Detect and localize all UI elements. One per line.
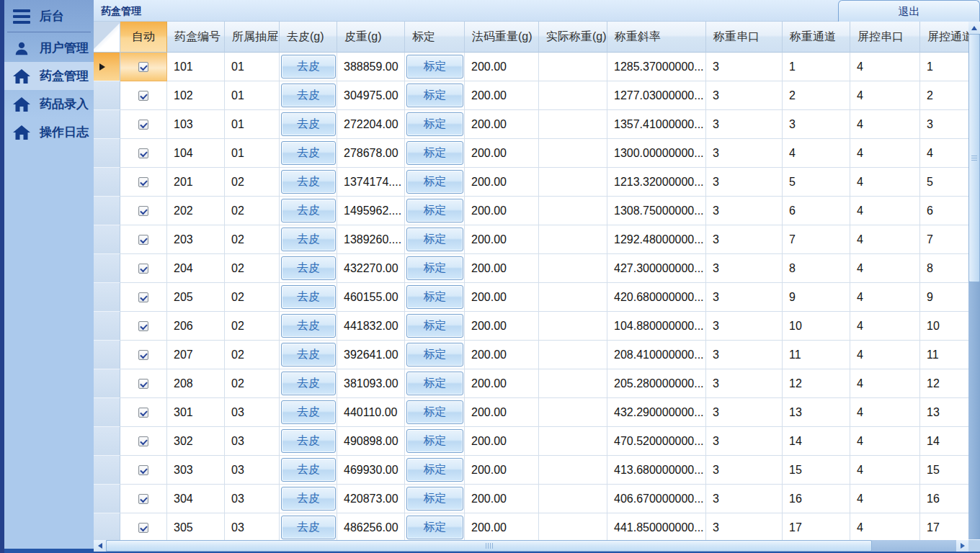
calibrate-button[interactable]: 标定 (406, 84, 463, 107)
cell-code: 302 (167, 427, 225, 456)
column-header-drawer[interactable]: 所属抽屉 (225, 22, 280, 53)
horizontal-scrollbar-thumb[interactable] (106, 540, 872, 552)
auto-checkbox[interactable] (138, 436, 148, 446)
column-header-calib_btn[interactable]: 标定 (405, 22, 465, 53)
auto-checkbox[interactable] (138, 379, 148, 389)
scroll-right-button[interactable] (956, 540, 968, 552)
tare-button[interactable]: 去皮 (281, 84, 336, 107)
auto-checkbox[interactable] (138, 408, 148, 418)
calibrate-button[interactable]: 标定 (406, 199, 463, 222)
auto-cell (120, 81, 167, 110)
calibrate-button[interactable]: 标定 (406, 112, 463, 136)
table-row: 10401去皮278678.00标定200.001300.00000000...… (94, 139, 968, 168)
cell-actual (539, 427, 607, 456)
cell-w_port: 3 (706, 427, 783, 456)
auto-checkbox[interactable] (138, 523, 148, 533)
calibrate-button[interactable]: 标定 (406, 429, 463, 453)
sidebar-item-user-management[interactable]: 用户管理 (4, 34, 94, 62)
tab-box-management[interactable]: 药盒管理 (101, 0, 141, 22)
cell-w_chan: 14 (783, 427, 850, 456)
tare-button[interactable]: 去皮 (281, 314, 336, 338)
sidebar-item-operation-log[interactable]: 操作日志 (4, 118, 94, 146)
column-header-w_port[interactable]: 称重串口 (706, 22, 783, 53)
row-header-cell (94, 456, 120, 485)
sidebar-item-box-management[interactable]: 药盒管理 (4, 62, 94, 90)
tare-button[interactable]: 去皮 (281, 516, 336, 539)
auto-checkbox[interactable] (138, 120, 148, 130)
auto-checkbox[interactable] (138, 494, 148, 504)
column-header-w_chan[interactable]: 称重通道 (783, 22, 850, 53)
calibrate-button[interactable]: 标定 (406, 372, 463, 395)
sidebar-item-backstage[interactable]: 后台 (4, 2, 94, 30)
auto-checkbox[interactable] (138, 235, 148, 245)
column-header-auto[interactable]: 自动 (120, 22, 167, 53)
calibrate-button[interactable]: 标定 (406, 314, 463, 338)
tare-button-cell: 去皮 (280, 456, 337, 485)
auto-checkbox[interactable] (138, 91, 148, 101)
cell-actual (539, 398, 607, 427)
auto-checkbox[interactable] (138, 177, 148, 187)
tare-button[interactable]: 去皮 (281, 429, 336, 453)
tare-button[interactable]: 去皮 (281, 487, 336, 511)
calibrate-button[interactable]: 标定 (406, 256, 463, 280)
tare-button[interactable]: 去皮 (281, 112, 336, 136)
cell-s_port: 4 (850, 53, 920, 81)
scroll-up-button[interactable] (968, 22, 980, 34)
column-header-tare_btn[interactable]: 去皮(g) (280, 22, 337, 53)
tare-button[interactable]: 去皮 (281, 458, 336, 482)
exit-button[interactable]: 退出 (838, 0, 980, 22)
vertical-scrollbar[interactable] (968, 22, 980, 552)
column-header-tare_weight[interactable]: 皮重(g) (337, 22, 405, 53)
calibrate-button[interactable]: 标定 (406, 170, 463, 194)
cell-actual (539, 197, 607, 225)
auto-checkbox[interactable] (138, 62, 148, 72)
tare-button-cell: 去皮 (280, 427, 337, 456)
auto-cell (120, 254, 167, 283)
calibrate-button[interactable]: 标定 (406, 458, 463, 482)
tare-button[interactable]: 去皮 (281, 170, 336, 194)
auto-checkbox[interactable] (138, 206, 148, 216)
auto-checkbox[interactable] (138, 465, 148, 475)
cell-weight: 200.00 (465, 427, 539, 456)
cell-w_chan: 15 (783, 456, 850, 485)
cell-actual (539, 283, 607, 312)
cell-drawer: 01 (225, 110, 280, 139)
calibrate-button[interactable]: 标定 (406, 400, 463, 424)
column-header-actual[interactable]: 实际称重(g) (539, 22, 607, 53)
tare-button[interactable]: 去皮 (281, 256, 336, 280)
horizontal-scrollbar[interactable] (94, 540, 968, 552)
auto-checkbox[interactable] (138, 350, 148, 360)
column-header-s_chan[interactable]: 屏控通道 (920, 22, 968, 53)
vertical-scrollbar-thumb[interactable] (968, 34, 980, 282)
cell-w_port: 3 (706, 254, 783, 283)
column-header-slope[interactable]: 称重斜率 (607, 22, 706, 53)
tare-button[interactable]: 去皮 (281, 400, 336, 424)
calibrate-button[interactable]: 标定 (406, 516, 463, 539)
cell-drawer: 01 (225, 139, 280, 168)
scroll-left-button[interactable] (94, 540, 106, 552)
cell-w_port: 3 (706, 398, 783, 427)
tare-button[interactable]: 去皮 (281, 55, 336, 78)
tare-button[interactable]: 去皮 (281, 343, 336, 367)
tare-button[interactable]: 去皮 (281, 199, 336, 222)
cell-slope: 427.300000000... (607, 254, 706, 283)
tare-button[interactable]: 去皮 (281, 228, 336, 251)
calibrate-button[interactable]: 标定 (406, 228, 463, 251)
auto-checkbox[interactable] (138, 321, 148, 331)
auto-checkbox[interactable] (138, 264, 148, 274)
column-header-code[interactable]: 药盒编号 (167, 22, 225, 53)
tare-button[interactable]: 去皮 (281, 285, 336, 309)
calibrate-button[interactable]: 标定 (406, 343, 463, 367)
auto-checkbox[interactable] (138, 148, 148, 158)
calibrate-button[interactable]: 标定 (406, 55, 463, 78)
column-header-s_port[interactable]: 屏控串口 (850, 22, 920, 53)
calibrate-button[interactable]: 标定 (406, 141, 463, 165)
calibrate-button[interactable]: 标定 (406, 285, 463, 309)
tare-button[interactable]: 去皮 (281, 372, 336, 395)
cell-s_chan: 16 (920, 485, 968, 513)
column-header-weight[interactable]: 法码重量(g) (465, 22, 539, 53)
calibrate-button[interactable]: 标定 (406, 487, 463, 511)
auto-checkbox[interactable] (138, 292, 148, 302)
tare-button[interactable]: 去皮 (281, 141, 336, 165)
sidebar-item-medicine-entry[interactable]: 药品录入 (4, 90, 94, 118)
